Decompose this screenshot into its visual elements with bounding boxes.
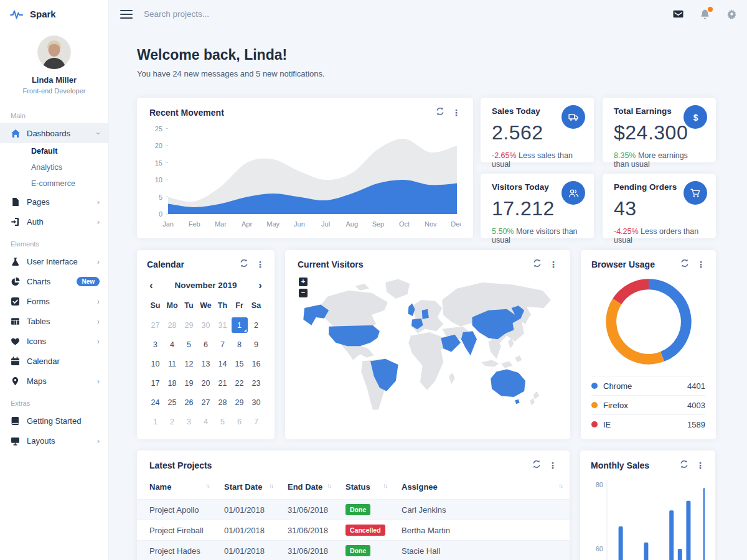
calendar-day[interactable]: 14 (214, 354, 231, 373)
sidebar-item-pages[interactable]: Pages› (0, 192, 108, 212)
hamburger-menu-icon[interactable] (120, 7, 133, 21)
sidebar-item-icons[interactable]: Icons› (0, 331, 108, 351)
sidebar-item-tables[interactable]: Tables› (0, 311, 108, 331)
calendar-day[interactable]: 24 (147, 393, 164, 412)
calendar-day[interactable]: 2 (248, 315, 265, 335)
kebab-menu-icon[interactable]: ⋮ (697, 260, 705, 269)
calendar-day[interactable]: 5 (214, 412, 231, 431)
sidebar-item-forms[interactable]: Forms› (0, 291, 108, 311)
card-title: Monthly Sales (591, 460, 649, 470)
column-header-end-date[interactable]: End Date↑↓ (280, 478, 338, 500)
calendar-day[interactable]: 30 (248, 393, 265, 412)
refresh-icon[interactable] (680, 259, 689, 270)
calendar-day[interactable]: 28 (214, 393, 231, 412)
sidebar-subitem-default[interactable]: Default (0, 143, 108, 159)
sidebar-item-calendar[interactable]: Calendar (0, 351, 108, 371)
refresh-icon[interactable] (680, 460, 688, 471)
avatar[interactable] (37, 35, 71, 69)
calendar-day[interactable]: 26 (181, 393, 197, 412)
calendar-day[interactable]: 31 (214, 315, 231, 335)
kebab-menu-icon[interactable]: ⋮ (452, 108, 461, 117)
gear-icon[interactable] (726, 9, 737, 19)
calendar-day[interactable]: 20 (197, 373, 214, 393)
calendar-day[interactable]: 13 (197, 354, 214, 373)
calendar-day[interactable]: 12 (181, 354, 197, 373)
calendar-day[interactable]: 22 (231, 373, 248, 393)
calendar-day[interactable]: 27 (197, 393, 214, 412)
table-row[interactable]: Project Apollo01/01/201831/06/2018DoneCa… (137, 500, 570, 520)
sidebar-item-charts[interactable]: ChartsNew (0, 271, 108, 291)
calendar-day[interactable]: 3 (181, 412, 197, 431)
sort-icon[interactable]: ↑↓ (205, 482, 209, 489)
column-header-assignee[interactable]: Assignee↑↓ (394, 478, 570, 500)
calendar-day[interactable]: 16 (248, 354, 265, 373)
kebab-menu-icon[interactable]: ⋮ (256, 260, 265, 269)
sort-icon[interactable]: ↑↓ (383, 482, 387, 489)
calendar-day[interactable]: 4 (197, 412, 214, 431)
country-australia (491, 369, 525, 404)
calendar-day[interactable]: 7 (214, 335, 231, 354)
calendar-day[interactable]: 29 (181, 315, 197, 335)
calendar-day[interactable]: 18 (164, 373, 181, 393)
kebab-menu-icon[interactable]: ⋮ (548, 461, 557, 470)
sidebar-item-maps[interactable]: Maps› (0, 371, 108, 391)
kebab-menu-icon[interactable]: ⋮ (696, 461, 705, 470)
calendar-day[interactable]: 19 (181, 373, 197, 393)
calendar-day[interactable]: 9 (248, 335, 265, 354)
calendar-day[interactable]: 27 (147, 315, 164, 335)
calendar-day[interactable]: 5 (181, 335, 197, 354)
refresh-icon[interactable] (532, 460, 541, 471)
sidebar-item-layouts[interactable]: Layouts› (0, 431, 108, 450)
refresh-icon[interactable] (533, 259, 542, 270)
calendar-day[interactable]: 25 (164, 393, 181, 412)
table-row[interactable]: Project Hades01/01/201831/06/2018DoneSta… (137, 541, 570, 560)
table-row[interactable]: Project Fireball01/01/201831/06/2018Canc… (137, 520, 570, 541)
bell-icon[interactable] (700, 9, 710, 19)
sidebar-item-user-interface[interactable]: User Interface› (0, 251, 108, 271)
calendar-day[interactable]: 10 (147, 354, 164, 373)
sidebar-subitem-analytics[interactable]: Analytics (0, 159, 108, 175)
calendar-day[interactable]: 3 (147, 335, 164, 354)
sidebar-item-getting-started[interactable]: Getting Started (0, 411, 108, 431)
sidebar-item-auth[interactable]: Auth› (0, 212, 108, 231)
sort-icon[interactable]: ↑↓ (269, 482, 273, 489)
browser-usage-legend: Chrome4401Firefox4003IE1589 (591, 376, 705, 434)
calendar-day[interactable]: 1 (147, 412, 164, 431)
calendar-day[interactable]: 21 (214, 373, 231, 393)
column-header-status[interactable]: Status↑↓ (338, 478, 394, 500)
map-zoom-out-button[interactable]: − (299, 289, 308, 297)
calendar-day[interactable]: 17 (147, 373, 164, 393)
mail-icon[interactable] (673, 9, 684, 19)
sidebar-subitem-e-commerce[interactable]: E-commerce (0, 175, 108, 192)
refresh-icon[interactable] (436, 107, 444, 118)
stat-card-pending-orders: Pending Orders43-4.25% Less orders than … (603, 174, 716, 238)
world-map[interactable] (298, 270, 558, 427)
calendar-day[interactable]: 4 (164, 335, 181, 354)
kebab-menu-icon[interactable]: ⋮ (549, 260, 558, 269)
map-zoom-in-button[interactable]: + (299, 278, 308, 286)
calendar-day[interactable]: 30 (197, 315, 214, 335)
calendar-day[interactable]: 8 (231, 335, 248, 354)
calendar-next-button[interactable]: › (258, 280, 262, 291)
calendar-day[interactable]: 11 (164, 354, 181, 373)
calendar-day[interactable]: 2 (164, 412, 181, 431)
calendar-day[interactable]: 15 (231, 354, 248, 373)
calendar-day[interactable]: 7 (248, 412, 265, 431)
brand[interactable]: Spark (0, 0, 108, 28)
refresh-icon[interactable] (240, 259, 248, 270)
column-header-name[interactable]: Name↑↓ (137, 478, 217, 500)
column-header-start-date[interactable]: Start Date↑↓ (217, 478, 280, 500)
sort-icon[interactable]: ↑↓ (558, 482, 562, 489)
calendar-day[interactable]: 28 (164, 315, 181, 335)
new-zealand (530, 391, 539, 405)
topbar (109, 0, 747, 28)
sort-icon[interactable]: ↑↓ (327, 482, 331, 489)
calendar-day-selected[interactable]: 1 (231, 315, 248, 335)
calendar-day[interactable]: 29 (231, 393, 248, 412)
sidebar-item-dashboards[interactable]: Dashboards› (0, 123, 108, 143)
calendar-day[interactable]: 23 (248, 373, 265, 393)
projects-table: Name↑↓Start Date↑↓End Date↑↓Status↑↓Assi… (137, 478, 570, 560)
calendar-day[interactable]: 6 (231, 412, 248, 431)
calendar-day[interactable]: 6 (197, 335, 214, 354)
search-input[interactable] (144, 9, 306, 19)
